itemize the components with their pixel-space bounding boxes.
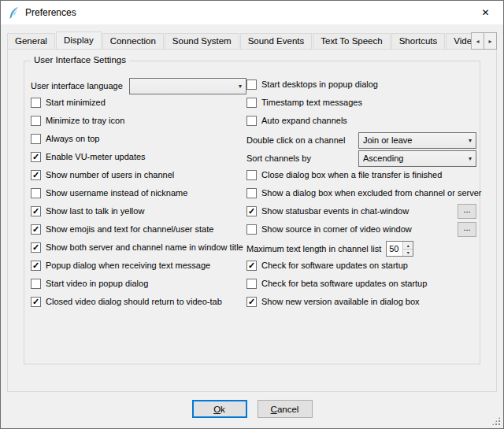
checkbox-row[interactable]: ✓Closed video dialog should return to vi… xyxy=(31,294,246,309)
checkbox-label: Show statusbar events in chat-window xyxy=(261,206,409,216)
checkbox[interactable]: ✓ xyxy=(246,206,257,216)
app-icon xyxy=(7,6,20,20)
checkbox[interactable]: ✓ xyxy=(246,297,257,307)
tab-pane: User Interface Settings User interface l… xyxy=(7,49,497,392)
checkbox[interactable]: ✓ xyxy=(31,152,41,162)
checkbox-label: Show both server and channel name in win… xyxy=(46,242,243,252)
dropdown[interactable]: Join or leave▾ xyxy=(358,132,476,149)
language-row: User interface language▾ xyxy=(31,77,246,94)
titlebar[interactable]: Preferences ✕ xyxy=(1,1,503,24)
checkbox[interactable]: ✓ xyxy=(31,297,41,307)
checkbox-row[interactable]: ✓Show number of users in channel xyxy=(31,168,246,182)
dropdown[interactable]: Ascending▾ xyxy=(358,150,476,167)
checkbox-row[interactable]: Start video in popup dialog xyxy=(31,276,246,290)
checkbox-label: Check for beta software updates on start… xyxy=(261,279,427,288)
checkbox-row[interactable]: Start minimized xyxy=(31,95,246,109)
tab-scroll-left-icon[interactable]: ◂ xyxy=(471,32,484,50)
tab-scroll-control: ◂ ▸ xyxy=(472,32,497,50)
spinbox-value: 50 xyxy=(387,242,402,256)
checkbox-row[interactable]: Show a dialog box when excluded from cha… xyxy=(246,186,476,200)
checkbox-row[interactable]: ✓Show both server and channel name in wi… xyxy=(31,240,246,254)
checkbox-row[interactable]: ✓Check for software updates on startup xyxy=(246,258,476,272)
group-user-interface-settings: User Interface Settings User interface l… xyxy=(24,61,480,364)
checkbox[interactable]: ✓ xyxy=(31,261,41,271)
checkbox-row[interactable]: Show source in corner of video window... xyxy=(246,222,476,236)
checkbox-label: Always on top xyxy=(46,134,99,143)
close-icon[interactable]: ✕ xyxy=(468,1,503,24)
spin-arrows: ▴▾ xyxy=(402,242,413,256)
checkbox-row[interactable]: Timestamp text messages xyxy=(246,95,476,109)
cancel-button[interactable]: Cancel xyxy=(258,400,313,418)
language-select[interactable]: ▾ xyxy=(129,78,246,94)
settings-columns: User interface language▾Start minimizedM… xyxy=(24,61,480,313)
checkbox-label: Start desktops in popup dialog xyxy=(261,80,378,89)
chevron-down-icon: ▾ xyxy=(469,155,472,162)
checkbox[interactable] xyxy=(246,170,257,180)
dropdown-value: Ascending xyxy=(363,153,465,163)
checkbox-label: Popup dialog when receiving text message xyxy=(46,261,210,270)
checkbox[interactable] xyxy=(31,188,41,198)
checkbox-row[interactable]: ✓Show emojis and text for channel/user s… xyxy=(31,222,246,236)
checkbox-label: Auto expand channels xyxy=(261,116,347,125)
checkbox-row[interactable]: Start desktops in popup dialog xyxy=(246,77,476,91)
tab-shortcuts[interactable]: Shortcuts xyxy=(391,33,446,49)
checkbox-row[interactable]: Show username instead of nickname xyxy=(31,186,246,200)
checkbox[interactable] xyxy=(246,98,257,108)
tab-text-to-speech[interactable]: Text To Speech xyxy=(313,33,390,49)
tab-strip: GeneralDisplayConnectionSound SystemSoun… xyxy=(7,31,497,49)
checkbox[interactable] xyxy=(31,98,41,108)
spin-up-icon[interactable]: ▴ xyxy=(403,242,413,250)
checkbox-label: Show last to talk in yellow xyxy=(46,206,144,216)
left-column: User interface language▾Start minimizedM… xyxy=(31,77,246,313)
checkbox-row[interactable]: Close dialog box when a file transfer is… xyxy=(246,168,476,182)
checkbox-label: Show emojis and text for channel/user st… xyxy=(46,224,213,234)
checkbox-label: Check for software updates on startup xyxy=(261,261,408,270)
tab-connection[interactable]: Connection xyxy=(102,33,164,49)
spinbox-label: Maximum text length in channel list xyxy=(246,244,381,253)
checkbox-label: Start minimized xyxy=(46,98,106,107)
checkbox[interactable]: ✓ xyxy=(31,242,41,253)
spin-down-icon[interactable]: ▾ xyxy=(403,250,413,257)
tab-sound-system[interactable]: Sound System xyxy=(165,33,239,49)
checkbox[interactable] xyxy=(31,279,41,289)
browse-button[interactable]: ... xyxy=(458,204,476,219)
tab-bar: GeneralDisplayConnectionSound SystemSoun… xyxy=(1,24,503,49)
checkbox[interactable] xyxy=(31,134,41,144)
group-title: User Interface Settings xyxy=(31,55,129,65)
checkbox[interactable] xyxy=(246,279,257,289)
chevron-down-icon: ▾ xyxy=(239,83,242,90)
checkbox[interactable]: ✓ xyxy=(31,170,41,180)
tab-display[interactable]: Display xyxy=(56,31,102,49)
checkbox[interactable] xyxy=(246,224,257,235)
tab-general[interactable]: General xyxy=(7,33,55,49)
checkbox-row[interactable]: Always on top xyxy=(31,131,246,146)
checkbox[interactable]: ✓ xyxy=(246,261,257,271)
checkbox[interactable] xyxy=(246,188,257,198)
browse-button[interactable]: ... xyxy=(458,222,476,237)
checkbox[interactable] xyxy=(246,80,257,90)
checkbox[interactable] xyxy=(246,116,257,126)
dropdown-row: Sort channels byAscending▾ xyxy=(246,150,476,167)
checkbox[interactable]: ✓ xyxy=(31,224,41,235)
checkbox-label: Show source in corner of video window xyxy=(261,224,412,234)
checkbox-row[interactable]: Auto expand channels xyxy=(246,113,476,128)
checkbox-label: Enable VU-meter updates xyxy=(46,152,146,161)
tab-sound-events[interactable]: Sound Events xyxy=(240,33,313,49)
checkbox-row[interactable]: ✓Show new version available in dialog bo… xyxy=(246,294,476,309)
checkbox-row[interactable]: ✓Show last to talk in yellow xyxy=(31,204,246,218)
checkbox-row[interactable]: ✓Show statusbar events in chat-window... xyxy=(246,204,476,218)
checkbox-label: Show new version available in dialog box xyxy=(261,297,420,306)
checkbox[interactable]: ✓ xyxy=(31,206,41,216)
checkbox-label: Show a dialog box when excluded from cha… xyxy=(261,188,481,198)
checkbox-row[interactable]: ✓Popup dialog when receiving text messag… xyxy=(31,258,246,272)
checkbox-label: Show username instead of nickname xyxy=(46,188,187,198)
quantity-stepper[interactable]: 50▴▾ xyxy=(386,241,413,257)
checkbox-row[interactable]: Minimize to tray icon xyxy=(31,113,246,128)
checkbox[interactable] xyxy=(31,116,41,126)
dropdown-label: Sort channels by xyxy=(246,153,311,163)
checkbox-row[interactable]: ✓Enable VU-meter updates xyxy=(31,150,246,164)
checkbox-label: Close dialog box when a file transfer is… xyxy=(261,170,442,179)
ok-button[interactable]: Ok xyxy=(192,400,247,418)
tab-scroll-right-icon[interactable]: ▸ xyxy=(484,32,497,50)
checkbox-row[interactable]: Check for beta software updates on start… xyxy=(246,276,476,290)
